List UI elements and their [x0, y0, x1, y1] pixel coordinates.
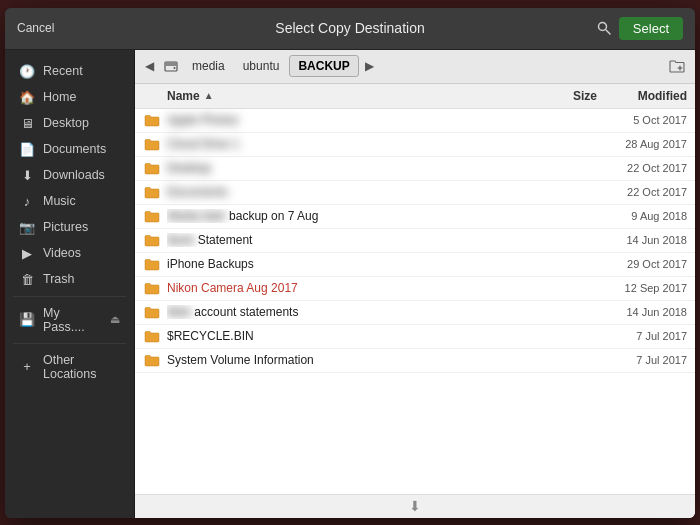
- sidebar-item-desktop[interactable]: 🖥 Desktop: [9, 111, 130, 136]
- table-row[interactable]: Cloud Drive 128 Aug 2017: [135, 133, 695, 157]
- folder-icon: [143, 160, 161, 176]
- folder-icon: [143, 280, 161, 296]
- table-row[interactable]: Bank Statement14 Jun 2018: [135, 229, 695, 253]
- sidebar: 🕐 Recent 🏠 Home 🖥 Desktop 📄 Documents ⬇ …: [5, 50, 135, 518]
- sidebar-item-label: Trash: [43, 272, 75, 286]
- sidebar-item-label: Music: [43, 194, 76, 208]
- column-modified-header: Modified: [597, 89, 687, 103]
- sidebar-item-label: Home: [43, 90, 76, 104]
- pictures-icon: 📷: [19, 220, 35, 235]
- dialog-title: Select Copy Destination: [275, 20, 424, 36]
- new-folder-button[interactable]: [665, 57, 689, 75]
- cancel-button[interactable]: Cancel: [17, 21, 54, 35]
- file-date: 5 Oct 2017: [597, 114, 687, 126]
- sidebar-item-mypass[interactable]: 💾 My Pass.... ⏏: [9, 301, 130, 339]
- back-button[interactable]: ◀: [141, 57, 158, 75]
- recent-icon: 🕐: [19, 64, 35, 79]
- sidebar-separator-2: [13, 343, 126, 344]
- sidebar-item-downloads[interactable]: ⬇ Downloads: [9, 163, 130, 188]
- desktop-icon: 🖥: [19, 116, 35, 131]
- folder-icon: [143, 208, 161, 224]
- sidebar-item-home[interactable]: 🏠 Home: [9, 85, 130, 110]
- sidebar-separator: [13, 296, 126, 297]
- folder-icon: [143, 304, 161, 320]
- documents-icon: 📄: [19, 142, 35, 157]
- dialog-body: 🕐 Recent 🏠 Home 🖥 Desktop 📄 Documents ⬇ …: [5, 50, 695, 518]
- sidebar-item-music[interactable]: ♪ Music: [9, 189, 130, 214]
- drive-path-icon[interactable]: [160, 57, 182, 75]
- folder-icon: [143, 352, 161, 368]
- file-date: 14 Jun 2018: [597, 306, 687, 318]
- file-name: System Volume Information: [167, 353, 537, 367]
- file-name: $RECYCLE.BIN: [167, 329, 537, 343]
- table-row[interactable]: $RECYCLE.BIN7 Jul 2017: [135, 325, 695, 349]
- table-header: Name ▲ Size Modified: [135, 84, 695, 109]
- sidebar-item-trash[interactable]: 🗑 Trash: [9, 267, 130, 292]
- file-date: 9 Aug 2018: [597, 210, 687, 222]
- svg-point-4: [174, 67, 176, 69]
- forward-button[interactable]: ▶: [361, 57, 378, 75]
- file-date: 22 Oct 2017: [597, 162, 687, 174]
- sidebar-item-label: Other Locations: [43, 353, 120, 381]
- status-bar: ⬇: [135, 494, 695, 518]
- status-icon: ⬇: [409, 498, 421, 514]
- drive-icon: 💾: [19, 312, 35, 327]
- sidebar-item-pictures[interactable]: 📷 Pictures: [9, 215, 130, 240]
- music-icon: ♪: [19, 194, 35, 209]
- folder-icon: [143, 328, 161, 344]
- sidebar-item-label: Downloads: [43, 168, 105, 182]
- sidebar-item-other-locations[interactable]: + Other Locations: [9, 348, 130, 386]
- search-button[interactable]: [597, 21, 611, 35]
- sidebar-item-label: My Pass....: [43, 306, 102, 334]
- folder-icon: [143, 184, 161, 200]
- file-rows: Apple Photos5 Oct 2017 Cloud Drive 128 A…: [135, 109, 695, 373]
- folder-icon: [143, 112, 161, 128]
- table-row[interactable]: iPhone Backups29 Oct 2017: [135, 253, 695, 277]
- path-segment-backup[interactable]: BACKUP: [289, 55, 358, 77]
- column-name-header[interactable]: Name ▲: [167, 89, 537, 103]
- file-name: Bank Statement: [167, 233, 537, 247]
- sidebar-item-label: Documents: [43, 142, 106, 156]
- file-chooser-dialog: Cancel Select Copy Destination Select 🕐 …: [5, 8, 695, 518]
- file-date: 7 Jul 2017: [597, 330, 687, 342]
- svg-line-1: [606, 30, 610, 34]
- select-button[interactable]: Select: [619, 17, 683, 40]
- path-segment-media[interactable]: media: [184, 56, 233, 76]
- table-row[interactable]: Media blah backup on 7 Aug9 Aug 2018: [135, 205, 695, 229]
- file-date: 28 Aug 2017: [597, 138, 687, 150]
- file-date: 22 Oct 2017: [597, 186, 687, 198]
- file-date: 29 Oct 2017: [597, 258, 687, 270]
- trash-icon: 🗑: [19, 272, 35, 287]
- table-row[interactable]: Desktop22 Oct 2017: [135, 157, 695, 181]
- main-content: ◀ media ubuntu BACKUP ▶: [135, 50, 695, 518]
- downloads-icon: ⬇: [19, 168, 35, 183]
- drive-icon: [164, 59, 178, 73]
- home-icon: 🏠: [19, 90, 35, 105]
- path-segment-ubuntu[interactable]: ubuntu: [235, 56, 288, 76]
- table-row[interactable]: Nikon Camera Aug 201712 Sep 2017: [135, 277, 695, 301]
- sort-arrow: ▲: [204, 90, 214, 101]
- eject-icon[interactable]: ⏏: [110, 313, 120, 326]
- file-table: Name ▲ Size Modified Apple Photos5 Oct 2…: [135, 84, 695, 494]
- table-row[interactable]: Documents22 Oct 2017: [135, 181, 695, 205]
- file-date: 7 Jul 2017: [597, 354, 687, 366]
- header-actions: Select: [597, 17, 683, 40]
- other-locations-icon: +: [19, 359, 35, 374]
- sidebar-item-recent[interactable]: 🕐 Recent: [9, 59, 130, 84]
- table-row[interactable]: System Volume Information7 Jul 2017: [135, 349, 695, 373]
- sidebar-item-documents[interactable]: 📄 Documents: [9, 137, 130, 162]
- folder-icon: [143, 232, 161, 248]
- search-icon: [597, 21, 611, 35]
- path-bar: ◀ media ubuntu BACKUP ▶: [135, 50, 695, 84]
- sidebar-item-videos[interactable]: ▶ Videos: [9, 241, 130, 266]
- sidebar-item-label: Pictures: [43, 220, 88, 234]
- dialog-header: Cancel Select Copy Destination Select: [5, 8, 695, 50]
- table-row[interactable]: Apple Photos5 Oct 2017: [135, 109, 695, 133]
- sidebar-item-label: Recent: [43, 64, 83, 78]
- file-name: Apple Photos: [167, 113, 537, 127]
- table-row[interactable]: Blah account statements14 Jun 2018: [135, 301, 695, 325]
- file-name: Documents: [167, 185, 537, 199]
- file-name: Media blah backup on 7 Aug: [167, 209, 537, 223]
- file-name: Cloud Drive 1: [167, 137, 537, 151]
- folder-icon: [143, 256, 161, 272]
